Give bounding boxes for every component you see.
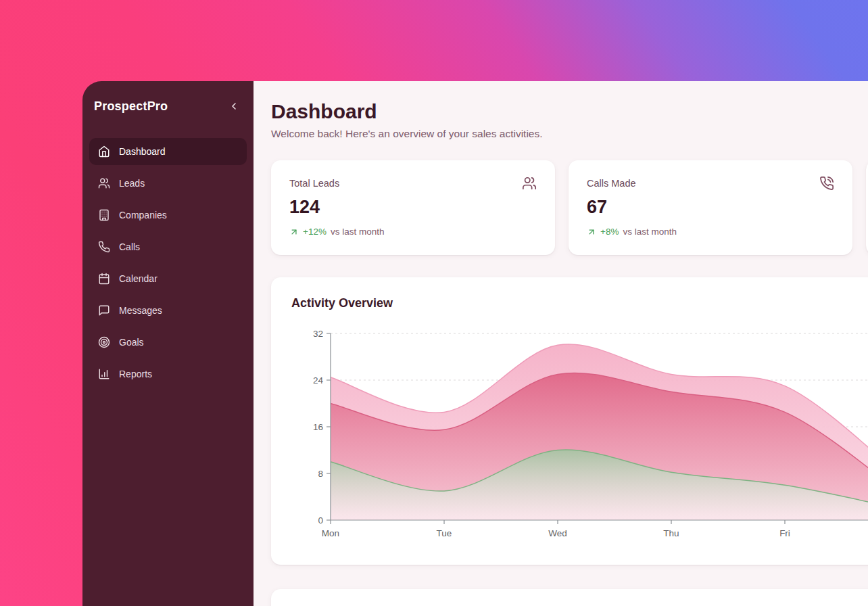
stat-card-row: Total Leads 124 +12% vs last month Calls <box>271 160 868 255</box>
stat-value: 124 <box>289 197 537 218</box>
svg-text:16: 16 <box>313 422 323 432</box>
bar-chart-icon <box>98 368 110 380</box>
stat-label: Total Leads <box>289 176 339 189</box>
sidebar-collapse-button[interactable] <box>226 99 241 114</box>
svg-text:0: 0 <box>318 515 323 526</box>
sidebar-item-calls[interactable]: Calls <box>89 233 247 260</box>
phone-call-icon <box>819 176 834 191</box>
page-title: Dashboard <box>271 100 868 123</box>
main-content: Dashboard Welcome back! Here's an overvi… <box>254 81 868 606</box>
sidebar-nav: Dashboard Leads Companies Calls <box>89 138 247 388</box>
trend-suffix: vs last month <box>623 227 677 237</box>
sidebar-item-label: Calls <box>119 241 140 252</box>
next-section-card-clipped <box>271 589 868 606</box>
svg-text:24: 24 <box>313 375 324 386</box>
sidebar: ProspectPro Dashboard Leads <box>82 81 254 606</box>
activity-chart-container: 08162432MonTueWedThuFri <box>291 319 868 549</box>
message-square-icon <box>98 304 110 317</box>
sidebar-item-calendar[interactable]: Calendar <box>89 265 247 292</box>
sidebar-item-label: Leads <box>119 178 145 189</box>
stat-card-calls-made: Calls Made 67 +8% vs last month <box>569 160 852 255</box>
arrow-up-right-icon <box>289 227 299 237</box>
target-icon <box>98 336 110 348</box>
svg-text:Wed: Wed <box>548 528 567 538</box>
sidebar-item-label: Goals <box>119 337 144 348</box>
home-icon <box>98 145 110 158</box>
sidebar-header: ProspectPro <box>89 99 247 114</box>
chart-title: Activity Overview <box>291 296 868 310</box>
svg-text:Thu: Thu <box>663 528 679 538</box>
sidebar-item-leads[interactable]: Leads <box>89 170 247 197</box>
sidebar-item-messages[interactable]: Messages <box>89 297 247 324</box>
arrow-up-right-icon <box>587 227 596 237</box>
svg-text:32: 32 <box>313 329 323 339</box>
calendar-icon <box>98 273 110 285</box>
svg-text:Tue: Tue <box>437 528 452 538</box>
trend-suffix: vs last month <box>331 227 385 237</box>
sidebar-item-label: Calendar <box>119 273 158 284</box>
phone-icon <box>98 241 110 253</box>
activity-overview-card: Activity Overview 08162432MonTueWedThuFr… <box>271 277 868 565</box>
trend-percent: +8% <box>600 227 619 237</box>
app-window: ProspectPro Dashboard Leads <box>82 81 868 606</box>
users-icon <box>98 177 110 189</box>
chevron-left-icon <box>228 101 239 112</box>
sidebar-item-label: Companies <box>119 210 167 220</box>
stat-label: Calls Made <box>587 176 636 189</box>
sidebar-item-label: Dashboard <box>119 146 166 157</box>
sidebar-item-companies[interactable]: Companies <box>89 202 247 229</box>
page-subtitle: Welcome back! Here's an overview of your… <box>271 128 868 140</box>
activity-area-chart: 08162432MonTueWedThuFri <box>291 319 868 549</box>
trend-percent: +12% <box>303 227 327 237</box>
app-logo-text: ProspectPro <box>94 99 168 114</box>
stat-value: 67 <box>587 197 834 218</box>
svg-text:Fri: Fri <box>779 528 790 538</box>
sidebar-item-label: Reports <box>119 369 152 379</box>
sidebar-item-goals[interactable]: Goals <box>89 329 247 356</box>
desktop-background: { "app": { "name": "ProspectPro" }, "sid… <box>0 0 868 606</box>
sidebar-item-dashboard[interactable]: Dashboard <box>89 138 247 165</box>
sidebar-item-label: Messages <box>119 305 162 316</box>
svg-text:Mon: Mon <box>322 528 339 538</box>
svg-text:8: 8 <box>318 469 323 479</box>
users-icon <box>522 176 537 191</box>
building-icon <box>98 209 110 221</box>
stat-card-total-leads: Total Leads 124 +12% vs last month <box>271 160 555 255</box>
sidebar-item-reports[interactable]: Reports <box>89 360 247 388</box>
